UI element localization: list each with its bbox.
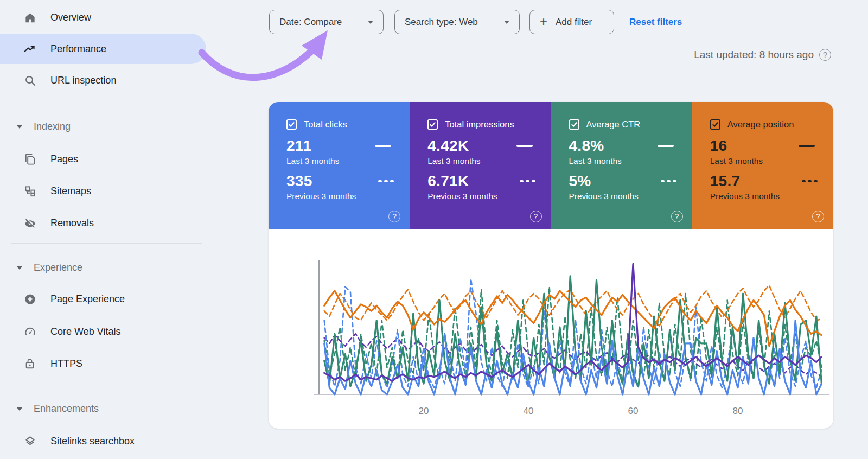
search-type-label: Search type: Web <box>405 17 478 28</box>
sidebar-item-label: Overview <box>50 12 91 23</box>
performance-icon <box>23 42 36 55</box>
home-icon <box>23 11 36 24</box>
svg-text:60: 60 <box>628 406 639 416</box>
speedometer-icon <box>23 325 36 338</box>
sidebar-section-indexing[interactable]: Indexing <box>16 114 71 138</box>
sidebar-item-label: HTTPS <box>50 358 82 369</box>
lock-icon <box>23 357 36 370</box>
sidebar-item-sitelinks-searchbox[interactable]: Sitelinks searchbox <box>23 429 135 453</box>
plus-icon: + <box>540 15 547 28</box>
sidebar-item-pages[interactable]: Pages <box>23 147 78 171</box>
search-icon <box>23 74 36 87</box>
pages-icon <box>23 152 36 165</box>
sidebar-section-label: Experience <box>34 262 82 273</box>
date-filter-chip[interactable]: Date: Compare <box>269 10 384 34</box>
sitemaps-icon <box>23 184 36 197</box>
svg-text:40: 40 <box>524 406 534 416</box>
chevron-down-icon <box>504 21 509 24</box>
sidebar-item-performance[interactable]: Performance <box>0 34 206 64</box>
add-filter-label: Add filter <box>556 17 592 28</box>
chevron-down-icon <box>16 407 23 411</box>
sidebar-section-experience[interactable]: Experience <box>16 256 82 279</box>
sidebar-item-url-inspection[interactable]: URL inspection <box>23 68 116 92</box>
layers-icon <box>23 435 36 448</box>
sidebar-item-sitemaps[interactable]: Sitemaps <box>23 179 91 203</box>
sidebar-item-core-web-vitals[interactable]: Core Web Vitals <box>23 320 120 343</box>
sidebar-section-enhancements[interactable]: Enhancements <box>16 397 99 420</box>
last-updated-text: Last updated: 8 hours ago <box>694 49 814 61</box>
chevron-down-icon <box>16 266 23 270</box>
add-filter-button[interactable]: + Add filter <box>529 10 614 34</box>
date-filter-label: Date: Compare <box>279 17 342 28</box>
sidebar-section-label: Enhancements <box>34 403 99 415</box>
sidebar-item-label: URL inspection <box>50 75 116 86</box>
sidebar-item-https[interactable]: HTTPS <box>23 352 82 375</box>
sidebar-item-label: Removals <box>50 218 94 229</box>
sidebar-section-label: Indexing <box>34 121 71 132</box>
performance-panel: Total clicks 211 Last 3 months 335 Previ… <box>269 102 833 429</box>
sidebar-item-label: Core Web Vitals <box>50 326 120 337</box>
reset-filters-link[interactable]: Reset filters <box>629 10 682 34</box>
page-experience-icon <box>23 292 36 305</box>
last-updated: Last updated: 8 hours ago ? <box>694 49 831 61</box>
sidebar-item-label: Performance <box>50 43 106 55</box>
sidebar-item-overview[interactable]: Overview <box>23 5 91 29</box>
performance-chart[interactable]: 20406080 <box>269 102 833 429</box>
sidebar-divider <box>11 387 202 387</box>
eye-off-icon <box>23 216 36 229</box>
svg-text:20: 20 <box>419 406 429 416</box>
sidebar: Overview Performance URL inspection Inde… <box>0 0 233 459</box>
chevron-down-icon <box>368 21 373 24</box>
help-icon[interactable]: ? <box>819 49 831 61</box>
sidebar-divider <box>11 105 202 105</box>
sidebar-divider <box>11 243 202 244</box>
sidebar-item-label: Sitelinks searchbox <box>50 436 135 447</box>
svg-text:80: 80 <box>733 406 743 416</box>
chevron-down-icon <box>16 125 23 129</box>
sidebar-item-page-experience[interactable]: Page Experience <box>23 287 125 311</box>
sidebar-item-removals[interactable]: Removals <box>23 211 94 235</box>
sidebar-item-label: Sitemaps <box>50 186 91 197</box>
sidebar-item-label: Pages <box>50 154 78 165</box>
sidebar-item-label: Page Experience <box>50 294 125 305</box>
search-type-filter-chip[interactable]: Search type: Web <box>394 10 520 34</box>
